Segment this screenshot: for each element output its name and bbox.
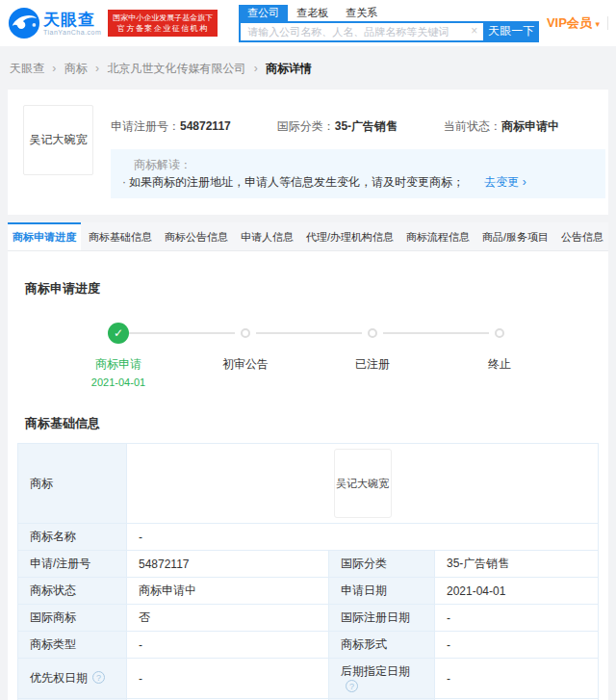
tab-applicant-info[interactable]: 申请人信息 (236, 222, 298, 250)
table-row: 商标状态 商标申请中 申请日期 2021-04-01 (18, 578, 599, 605)
field-registration-number: 申请注册号：54872117 (111, 118, 231, 135)
pending-dot-icon (495, 328, 504, 338)
badge-line1: 国家中小企业发展子基金旗下 (113, 13, 213, 23)
tab-gazette-info[interactable]: 公告信息 (556, 222, 608, 250)
logo-domain: TianYanCha.com (43, 29, 101, 36)
progress-stepper: ✓ 商标申请 2021-04-01 初审公告 已注册 终止 (55, 323, 601, 388)
field-international-class: 国际分类：35-广告销售 (277, 118, 398, 135)
table-row: 商标类型 - 商标形式 - (18, 632, 599, 659)
search-area: 查公司 查老板 查关系 × 天眼一下 (239, 5, 539, 42)
search-button[interactable]: 天眼一下 (483, 21, 539, 42)
search-tab-company[interactable]: 查公司 (239, 5, 288, 21)
table-row: 优先权日期? - 后期指定日期? - (18, 659, 599, 699)
bullet-mark: · (122, 175, 126, 189)
logo[interactable]: 天眼查 TianYanCha.com (8, 7, 101, 39)
search-tabs: 查公司 查老板 查关系 (239, 5, 539, 21)
tab-basic-info[interactable]: 商标基础信息 (84, 222, 157, 250)
notice-box: 商标解读： ·如果商标的注册地址，申请人等信息发生变化，请及时变更商标； 去变更… (111, 149, 605, 198)
caret-down-icon: ▾ (595, 19, 600, 29)
step-connector (129, 332, 235, 334)
table-row: 商标 吴记大碗宽 (18, 444, 599, 524)
vip-link[interactable]: VIP会员 ▾ (547, 14, 600, 32)
search-tab-relation[interactable]: 查关系 (337, 5, 386, 21)
pending-dot-icon (241, 328, 250, 338)
breadcrumb-home[interactable]: 天眼查 (10, 62, 44, 75)
check-icon: ✓ (108, 323, 129, 344)
field-current-status: 当前状态：商标申请中 (444, 118, 559, 135)
search-input[interactable] (239, 21, 483, 42)
progress-section-title: 商标申请进度 (25, 280, 601, 298)
trademark-summary-card: 吴记大碗宽 申请注册号：54872117 国际分类：35-广告销售 当前状态：商… (8, 90, 608, 215)
badge-line2: 官方备案企业征信机构 (113, 23, 213, 34)
step-date: 2021-04-01 (91, 376, 145, 388)
breadcrumb-separator: › (52, 62, 56, 75)
pending-dot-icon (368, 328, 377, 338)
vip-label: VIP会员 (547, 15, 592, 30)
notice-title: 商标解读： (122, 156, 594, 173)
chevron-right-icon: › (523, 175, 526, 189)
table-row: 申请/注册号 54872117 国际分类 35-广告销售 (18, 551, 599, 578)
breadcrumb-separator: › (254, 62, 258, 75)
tab-goods-services[interactable]: 商品/服务项目 (477, 222, 553, 250)
breadcrumb-company[interactable]: 北京凡世文化传媒有限公司 (107, 62, 245, 75)
go-change-link[interactable]: 去变更 › (484, 175, 526, 189)
breadcrumb-separator: › (95, 62, 99, 75)
search-tab-boss[interactable]: 查老板 (288, 5, 337, 21)
header-divider (607, 16, 608, 30)
content-card: 商标申请进度 ✓ 商标申请 2021-04-01 初审公告 已注册 终止 商标基… (8, 251, 608, 700)
trademark-image-text: 吴记大碗宽 (30, 132, 88, 148)
tianyancha-logo-icon (8, 7, 40, 39)
clear-icon[interactable]: × (471, 24, 477, 38)
help-icon[interactable]: ? (346, 680, 358, 692)
help-icon[interactable]: ? (92, 671, 105, 684)
tab-agency-info[interactable]: 代理/办理机构信息 (301, 222, 398, 250)
trademark-image: 吴记大碗宽 (23, 105, 93, 175)
notice-text: 如果商标的注册地址，申请人等信息发生变化，请及时变更商标； (129, 175, 464, 189)
table-row: 商标名称 - (18, 524, 599, 551)
trademark-image: 吴记大碗宽 (334, 449, 392, 518)
step-connector (256, 332, 362, 334)
table-row: 国际商标 否 国际注册日期 - (18, 605, 599, 632)
header: 天眼查 TianYanCha.com 国家中小企业发展子基金旗下 官方备案企业征… (0, 0, 616, 46)
logo-name: 天眼查 (43, 12, 101, 29)
tab-trademark-progress[interactable]: 商标申请进度 (8, 222, 81, 250)
breadcrumb-current: 商标详情 (266, 62, 312, 75)
detail-tabs: 商标申请进度 商标基础信息 商标公告信息 申请人信息 代理/办理机构信息 商标流… (8, 222, 608, 251)
tab-announcement-info[interactable]: 商标公告信息 (160, 222, 233, 250)
breadcrumb: 天眼查 › 商标 › 北京凡世文化传媒有限公司 › 商标详情 (0, 46, 616, 90)
certification-badge: 国家中小企业发展子基金旗下 官方备案企业征信机构 (108, 10, 218, 37)
step-connector (383, 332, 489, 334)
breadcrumb-trademark[interactable]: 商标 (64, 62, 88, 75)
tab-process-info[interactable]: 商标流程信息 (401, 222, 475, 250)
step-terminated: 终止 (436, 323, 563, 388)
basic-info-table: 商标 吴记大碗宽 商标名称 - 申请/注册号 54872117 国际分类 35-… (17, 443, 599, 700)
basic-info-section-title: 商标基础信息 (25, 415, 601, 432)
